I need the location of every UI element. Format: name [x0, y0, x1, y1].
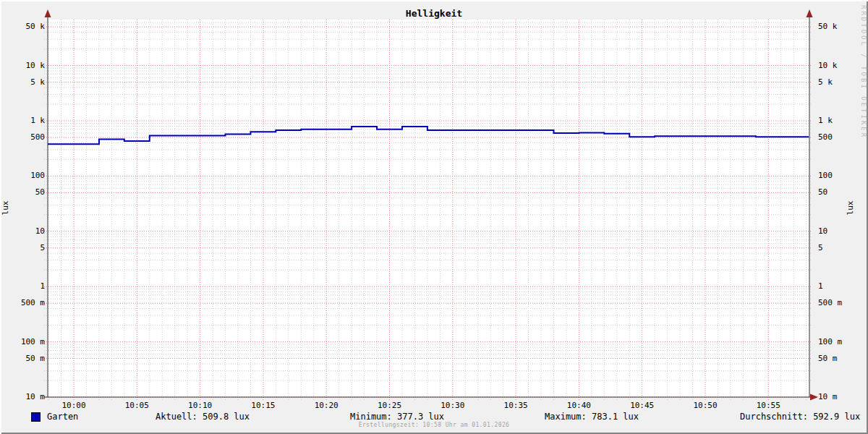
- rrdtool-watermark: RRDTOOL / TOBI OETIKER: [860, 5, 867, 139]
- x-tick-label: 10:45: [630, 401, 654, 410]
- y-tick-label: 10 k: [0, 61, 45, 70]
- y-tick-label: 500 m: [818, 299, 842, 307]
- x-tick-label: 10:55: [757, 401, 780, 410]
- y-axis-unit-right: lux: [846, 201, 855, 216]
- y-tick-label: 5: [0, 244, 45, 252]
- y-tick-label: 1: [818, 282, 823, 291]
- y-tick-label: 50 m: [0, 354, 45, 363]
- y-tick-label: 50: [818, 188, 827, 197]
- y-tick-label: 500: [818, 133, 833, 142]
- rrdtool-graph: Helligkeit lux lux 50 k10 k5 k1 k5001005…: [0, 0, 868, 434]
- y-tick-label: 100: [0, 171, 45, 180]
- x-tick-label: 10:35: [504, 401, 528, 410]
- x-tick-label: 10:50: [693, 401, 717, 410]
- y-tick-label: 50 k: [818, 22, 838, 31]
- y-tick-label: 500 m: [0, 299, 45, 307]
- y-tick-label: 500: [0, 133, 45, 142]
- chart-title: Helligkeit: [406, 8, 462, 19]
- x-tick-label: 10:15: [251, 401, 275, 410]
- y-tick-label: 1 k: [818, 116, 833, 125]
- series-legend-label: Garten: [47, 412, 78, 422]
- creation-timestamp: Erstellungszeit: 10:58 Uhr am 01.01.2026: [359, 422, 510, 428]
- y-tick-label: 100 m: [0, 338, 45, 346]
- y-tick-label: 1: [0, 282, 45, 291]
- y-tick-label: 10 m: [818, 393, 838, 401]
- y-tick-label: 5 k: [818, 78, 833, 87]
- y-tick-label: 5: [818, 244, 823, 252]
- y-tick-label: 100 m: [818, 338, 842, 346]
- stat-current: Aktuell: 509.8 lux: [156, 412, 250, 422]
- x-tick-label: 10:30: [441, 401, 464, 410]
- y-tick-label: 50 m: [818, 354, 838, 363]
- x-tick-label: 10:40: [567, 401, 591, 410]
- stat-average: Durchschnitt: 592.9 lux: [740, 412, 860, 422]
- y-tick-label: 10: [0, 227, 45, 236]
- y-tick-label: 10: [818, 227, 827, 236]
- y-tick-label: 5 k: [0, 78, 45, 87]
- stat-maximum: Maximum: 783.1 lux: [545, 412, 639, 422]
- x-tick-label: 10:00: [61, 401, 85, 410]
- series-color-swatch: [31, 412, 41, 422]
- y-tick-label: 50: [0, 188, 45, 197]
- x-tick-label: 10:05: [125, 401, 149, 410]
- y-tick-label: 100: [818, 171, 833, 180]
- y-axis-unit-left: lux: [1, 201, 10, 216]
- y-tick-label: 10 m: [0, 393, 45, 401]
- y-tick-label: 10 k: [818, 61, 838, 70]
- x-tick-label: 10:25: [378, 401, 401, 410]
- x-tick-label: 10:10: [188, 401, 212, 410]
- x-tick-label: 10:20: [315, 401, 339, 410]
- chart-canvas: [0, 0, 868, 434]
- y-tick-label: 50 k: [0, 22, 45, 31]
- stat-minimum: Minimum: 377.3 lux: [350, 412, 444, 422]
- y-tick-label: 1 k: [0, 116, 45, 125]
